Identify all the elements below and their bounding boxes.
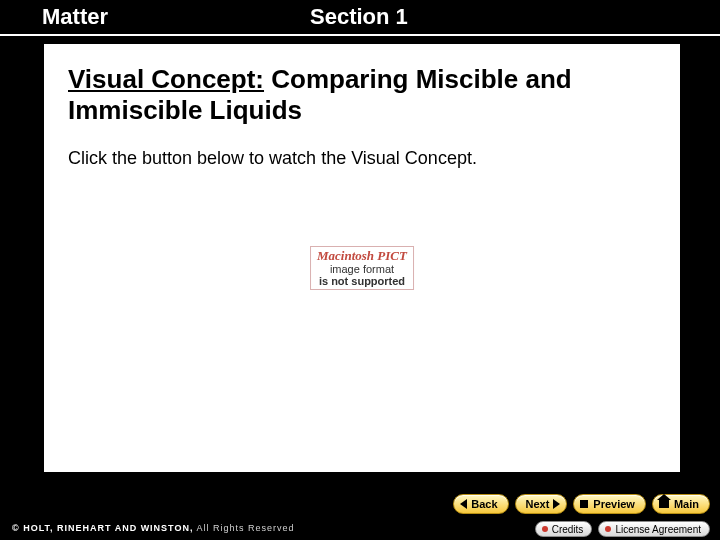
image-placeholder[interactable]: Macintosh PICT image format is not suppo… xyxy=(310,246,414,290)
copyright-row: © HOLT, RINEHART AND WINSTON, All Rights… xyxy=(0,516,720,540)
footer-buttons: Credits License Agreement xyxy=(535,521,710,537)
copyright-text: © HOLT, RINEHART AND WINSTON, All Rights… xyxy=(0,523,295,533)
arrow-left-icon xyxy=(460,499,467,509)
license-button[interactable]: License Agreement xyxy=(598,521,710,537)
main-button[interactable]: Main xyxy=(652,494,710,514)
preview-button[interactable]: Preview xyxy=(573,494,646,514)
credits-label: Credits xyxy=(552,524,584,535)
preview-icon xyxy=(580,500,588,508)
dot-icon xyxy=(542,526,548,532)
back-button[interactable]: Back xyxy=(453,494,508,514)
placeholder-line2: image format xyxy=(317,263,407,275)
slide-stage: Matter Section 1 Visual Concept: Compari… xyxy=(0,0,720,540)
slide-title: Visual Concept: Comparing Miscible and I… xyxy=(46,46,678,132)
slide-title-prefix: Visual Concept: xyxy=(68,64,264,94)
slide-instruction: Click the button below to watch the Visu… xyxy=(46,132,678,169)
nav-row: Back Next Preview Main xyxy=(453,494,710,514)
header-right-label: Section 1 xyxy=(310,4,408,30)
back-label: Back xyxy=(471,498,497,510)
dot-icon xyxy=(605,526,611,532)
main-label: Main xyxy=(674,498,699,510)
arrow-right-icon xyxy=(553,499,560,509)
copyright-brand: © HOLT, RINEHART AND WINSTON, xyxy=(12,523,193,533)
next-button[interactable]: Next xyxy=(515,494,568,514)
header-bar: Matter Section 1 xyxy=(0,0,720,36)
preview-label: Preview xyxy=(593,498,635,510)
slide-body: Visual Concept: Comparing Miscible and I… xyxy=(44,44,680,472)
placeholder-line3: is not supported xyxy=(317,275,407,287)
footer: Back Next Preview Main © HOLT, RINEHART … xyxy=(0,490,720,540)
placeholder-line1: Macintosh PICT xyxy=(317,249,407,263)
next-label: Next xyxy=(526,498,550,510)
header-left-label: Matter xyxy=(0,4,310,30)
credits-button[interactable]: Credits xyxy=(535,521,593,537)
copyright-rest: All Rights Reserved xyxy=(193,523,294,533)
home-icon xyxy=(659,500,669,508)
license-label: License Agreement xyxy=(615,524,701,535)
